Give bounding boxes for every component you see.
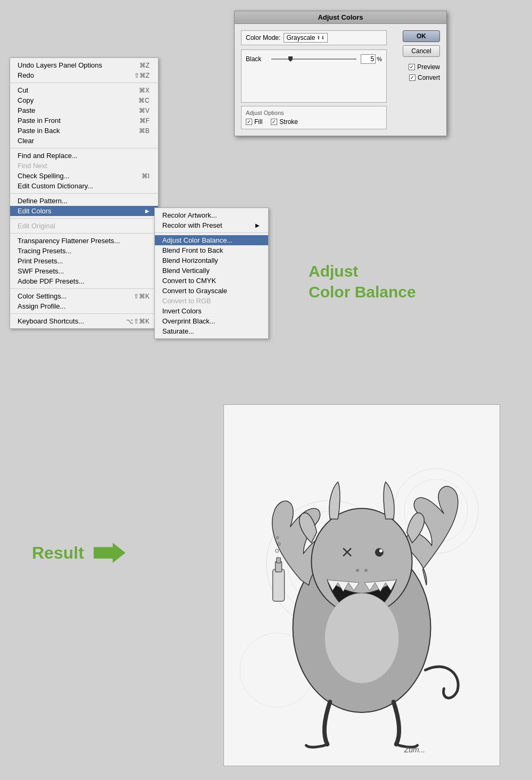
black-pct: % (377, 56, 382, 62)
submenu-saturate[interactable]: Saturate... (155, 326, 268, 336)
submenu-recolor-preset[interactable]: Recolor with Preset (155, 220, 268, 230)
dialog-left-panel: Color Mode: Grayscale ⬆⬇ Black % (241, 30, 387, 129)
menu-item-cut[interactable]: Cut ⌘X (10, 85, 158, 95)
submenu-invert-colors[interactable]: Invert Colors (155, 306, 268, 316)
stroke-checkbox-label[interactable]: ✓ Stroke (271, 118, 298, 126)
menu-item-swf-presets[interactable]: SWF Presets... (10, 266, 158, 276)
preview-checkbox-row: ✓ Preview (409, 63, 440, 71)
submenu-blend-horizontally[interactable]: Blend Horizontally (155, 255, 268, 265)
menu-item-spelling[interactable]: Check Spelling... ⌘I (10, 171, 158, 181)
main-menu[interactable]: Undo Layers Panel Options ⌘Z Redo ⇧⌘Z Cu… (10, 57, 159, 329)
menu-item-undo[interactable]: Undo Layers Panel Options ⌘Z (10, 60, 158, 70)
adjust-color-balance-text: Adjust Color Balance (309, 261, 416, 302)
svg-point-19 (379, 549, 383, 552)
separator-7 (10, 313, 158, 314)
submenu-convert-rgb[interactable]: Convert to RGB (155, 296, 268, 306)
menu-item-paste[interactable]: Paste ⌘V (10, 105, 158, 115)
slider-area: Black % (241, 49, 387, 103)
menu-item-transparency-presets[interactable]: Transparency Flattener Presets... (10, 236, 158, 246)
menu-item-define-pattern[interactable]: Define Pattern... (10, 196, 158, 206)
menu-item-print-presets[interactable]: Print Presets... (10, 256, 158, 266)
result-arrow-icon (94, 543, 126, 563)
menu-item-color-settings[interactable]: Color Settings... ⇧⌘K (10, 291, 158, 301)
svg-rect-9 (273, 569, 285, 601)
submenu-convert-cmyk[interactable]: Convert to CMYK (155, 276, 268, 286)
dialog-body: Color Mode: Grayscale ⬆⬇ Black % (235, 24, 446, 136)
color-mode-select[interactable]: Grayscale ⬆⬇ (284, 33, 328, 43)
edit-colors-submenu[interactable]: Recolor Artwork... Recolor with Preset A… (154, 208, 269, 339)
separator-3 (10, 193, 158, 194)
menu-item-clear[interactable]: Clear (10, 136, 158, 146)
submenu-adjust-color-balance[interactable]: Adjust Color Balance... (155, 235, 268, 245)
result-label: Result (32, 543, 84, 563)
svg-point-18 (375, 548, 384, 557)
submenu-blend-front-back[interactable]: Blend Front to Back (155, 245, 268, 255)
submenu-recolor-artwork[interactable]: Recolor Artwork... (155, 210, 268, 220)
svg-text:Zum...: Zum... (404, 745, 426, 754)
black-slider-track[interactable] (271, 59, 356, 60)
svg-point-22 (325, 593, 398, 683)
separator-5 (10, 233, 158, 234)
menu-item-find-next[interactable]: Find Next (10, 161, 158, 171)
select-arrows-icon: ⬆⬇ (317, 35, 325, 40)
preview-checkbox[interactable]: ✓ (409, 64, 415, 70)
svg-point-21 (364, 569, 368, 572)
monster-svg: Zum... (224, 405, 500, 766)
separator-4 (10, 218, 158, 219)
menu-item-copy[interactable]: Copy ⌘C (10, 95, 158, 105)
menu-item-edit-colors[interactable]: Edit Colors (10, 206, 158, 216)
menu-item-assign-profile[interactable]: Assign Profile... (10, 301, 158, 311)
menu-item-pdf-presets[interactable]: Adobe PDF Presets... (10, 276, 158, 286)
black-value-box: % (361, 54, 382, 64)
fill-checkbox-label[interactable]: ✓ Fill (246, 118, 262, 126)
menu-item-edit-original[interactable]: Edit Original (10, 221, 158, 231)
adjust-options: Adjust Options ✓ Fill ✓ Stroke (241, 106, 387, 129)
fill-checkbox[interactable]: ✓ (246, 119, 252, 125)
color-mode-row: Color Mode: Grayscale ⬆⬇ (241, 30, 387, 45)
menu-item-paste-front[interactable]: Paste in Front ⌘F (10, 115, 158, 126)
submenu-overprint-black[interactable]: Overprint Black... (155, 316, 268, 326)
dialog-right-panel: OK Cancel ✓ Preview ✓ Convert (392, 30, 440, 129)
svg-point-20 (356, 569, 359, 572)
convert-checkbox-row: ✓ Convert (409, 74, 440, 81)
menu-item-custom-dict[interactable]: Edit Custom Dictionary... (10, 181, 158, 191)
color-mode-label: Color Mode: (246, 34, 280, 42)
stroke-checkbox[interactable]: ✓ (271, 119, 277, 125)
black-slider-thumb[interactable] (288, 56, 293, 62)
separator-1 (10, 82, 158, 83)
adjust-options-checkboxes: ✓ Fill ✓ Stroke (246, 118, 382, 126)
svg-rect-11 (277, 558, 281, 563)
dialog-title: Adjust Colors (235, 11, 446, 24)
menu-item-tracing-presets[interactable]: Tracing Presets... (10, 246, 158, 256)
submenu-sep-1 (155, 233, 268, 233)
black-label: Black (246, 55, 267, 63)
menu-item-find-replace[interactable]: Find and Replace... (10, 151, 158, 161)
result-image-panel: Zum... (223, 404, 500, 766)
ok-button[interactable]: OK (403, 30, 440, 42)
submenu-convert-grayscale[interactable]: Convert to Grayscale (155, 286, 268, 296)
convert-checkbox[interactable]: ✓ (409, 74, 415, 81)
black-value-input[interactable] (361, 54, 376, 64)
menu-item-paste-back[interactable]: Paste in Back ⌘B (10, 126, 158, 136)
separator-2 (10, 148, 158, 148)
menu-item-redo[interactable]: Redo ⇧⌘Z (10, 70, 158, 80)
submenu-blend-vertically[interactable]: Blend Vertically (155, 265, 268, 276)
result-area: Result (32, 543, 126, 563)
adjust-colors-dialog: Adjust Colors Color Mode: Grayscale ⬆⬇ B… (234, 11, 447, 136)
black-slider-row: Black % (246, 54, 382, 64)
separator-6 (10, 288, 158, 289)
cancel-button[interactable]: Cancel (403, 45, 440, 57)
menu-item-keyboard-shortcuts[interactable]: Keyboard Shortcuts... ⌥⇧⌘K (10, 316, 158, 326)
adjust-options-title: Adjust Options (246, 110, 382, 116)
